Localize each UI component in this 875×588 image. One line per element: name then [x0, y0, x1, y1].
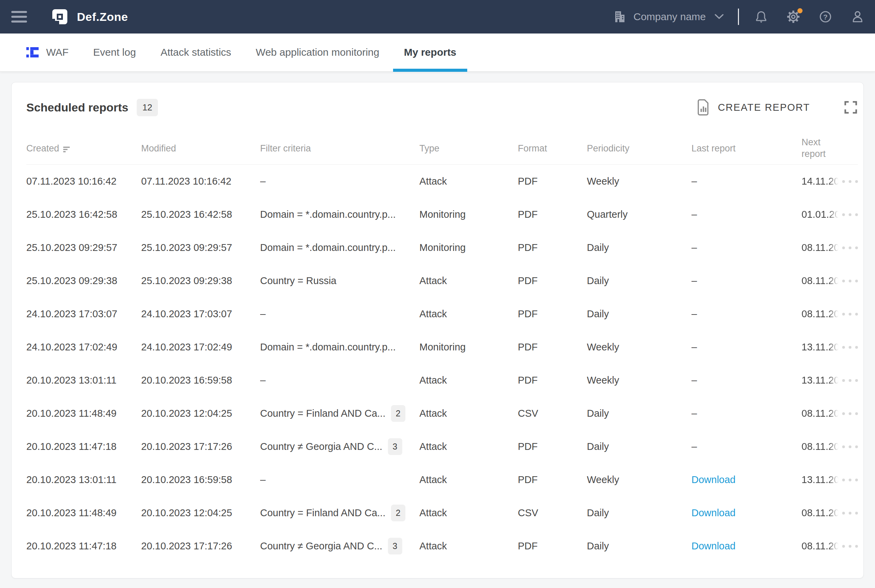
tab-my-reports[interactable]: My reports	[404, 33, 456, 71]
company-selector[interactable]: Company name	[613, 10, 724, 24]
cell-modified: 24.10.2023 17:02:49	[141, 342, 260, 353]
cell-format: PDF	[518, 275, 587, 286]
cell-next-report: 08.11.20	[802, 275, 839, 286]
last-report-empty: –	[691, 408, 697, 419]
cell-last-report: –	[691, 408, 802, 419]
cell-last-report: –	[691, 275, 802, 286]
ellipsis-dot	[855, 545, 858, 548]
cell-format: PDF	[518, 375, 587, 386]
cell-format: CSV	[518, 408, 587, 419]
cell-filter-criteria: –	[260, 474, 420, 486]
cell-last-report: –	[691, 342, 802, 353]
table-body: 07.11.2023 10:16:4207.11.2023 10:16:42–A…	[26, 165, 858, 563]
fullscreen-icon	[844, 101, 857, 114]
app-name: Def.Zone	[77, 10, 128, 24]
ellipsis-dot	[855, 280, 858, 282]
row-actions-button[interactable]	[839, 264, 858, 297]
last-report-empty: –	[691, 209, 697, 220]
menu-icon[interactable]	[11, 11, 27, 22]
download-link[interactable]: Download	[691, 507, 736, 518]
settings-button[interactable]	[786, 10, 800, 24]
bell-icon	[754, 10, 768, 24]
ellipsis-dot	[842, 379, 845, 382]
waf-icon	[25, 46, 39, 59]
tab-event-log[interactable]: Event log	[93, 33, 136, 71]
cell-created: 20.10.2023 11:47:18	[26, 540, 141, 552]
cell-filter-criteria: Domain = *.domain.country.p...	[260, 242, 420, 254]
ellipsis-dot	[842, 246, 845, 249]
top-bar: Def.Zone Company name	[0, 0, 875, 33]
tab-web-application-monitoring[interactable]: Web application monitoring	[256, 33, 379, 71]
filter-count-badge: 2	[391, 405, 405, 422]
row-actions-button[interactable]	[839, 231, 858, 264]
last-report-empty: –	[691, 242, 697, 253]
cell-type: Attack	[420, 474, 518, 486]
help-button[interactable]: ?	[818, 10, 833, 24]
cell-created: 25.10.2023 09:29:57	[26, 242, 141, 254]
cell-modified: 25.10.2023 09:29:57	[141, 242, 260, 254]
table-row: 24.10.2023 17:03:0724.10.2023 17:03:07–A…	[26, 297, 858, 331]
ellipsis-dot	[849, 512, 851, 514]
cell-next-report: 08.11.20	[802, 441, 839, 452]
help-icon: ?	[819, 10, 832, 24]
create-report-button[interactable]: CREATE REPORT	[696, 99, 810, 116]
cell-filter-criteria: –	[260, 308, 420, 320]
cell-filter-criteria: Country ≠ Georgia AND C...3	[260, 538, 420, 555]
last-report-empty: –	[691, 441, 697, 452]
download-link[interactable]: Download	[691, 540, 736, 551]
cell-created: 20.10.2023 11:48:49	[26, 507, 141, 519]
tab-waf[interactable]: WAF	[25, 33, 69, 71]
column-header-format: Format	[518, 143, 587, 154]
ellipsis-dot	[855, 379, 858, 382]
cell-filter-criteria: –	[260, 176, 420, 187]
notifications-button[interactable]	[754, 10, 769, 24]
user-icon	[851, 10, 865, 24]
tab-attack-statistics[interactable]: Attack statistics	[161, 33, 231, 71]
row-actions-button[interactable]	[839, 331, 858, 364]
row-actions-button[interactable]	[839, 530, 858, 563]
cell-periodicity: Daily	[587, 408, 691, 419]
ellipsis-dot	[849, 280, 851, 282]
cell-last-report: Download	[691, 540, 802, 552]
app-logo: Def.Zone	[52, 9, 128, 24]
download-link[interactable]: Download	[691, 474, 736, 485]
table-row: 20.10.2023 11:47:1820.10.2023 17:17:26Co…	[26, 530, 858, 563]
row-actions-button[interactable]	[839, 297, 858, 331]
account-button[interactable]	[850, 10, 865, 24]
filter-count-badge: 2	[391, 505, 405, 521]
filter-criteria-text: –	[260, 176, 265, 187]
ellipsis-dot	[842, 280, 845, 282]
cell-modified: 20.10.2023 17:17:26	[141, 540, 260, 552]
cell-periodicity: Quarterly	[587, 209, 691, 220]
cell-type: Attack	[420, 507, 518, 519]
tab-label: WAF	[46, 46, 69, 58]
last-report-empty: –	[691, 375, 697, 386]
cell-type: Attack	[420, 308, 518, 320]
cell-modified: 24.10.2023 17:03:07	[141, 308, 260, 320]
filter-criteria-text: Country = Russia	[260, 275, 336, 286]
cell-next-report: 08.11.20	[802, 242, 839, 254]
cell-type: Attack	[420, 375, 518, 386]
cell-format: CSV	[518, 507, 587, 519]
cell-created: 25.10.2023 09:29:38	[26, 275, 141, 286]
ellipsis-dot	[849, 412, 851, 415]
row-actions-button[interactable]	[839, 397, 858, 430]
cell-next-report: 01.01.20	[802, 209, 839, 220]
column-header-created[interactable]: Created	[26, 143, 141, 154]
cell-next-report: 14.11.20	[802, 176, 839, 187]
row-actions-button[interactable]	[839, 463, 858, 496]
row-actions-button[interactable]	[839, 496, 858, 530]
cell-filter-criteria: Country = Finland AND Ca...2	[260, 505, 420, 521]
row-actions-button[interactable]	[839, 198, 858, 231]
row-actions-button[interactable]	[839, 165, 858, 198]
column-header-type: Type	[420, 143, 518, 154]
row-actions-button[interactable]	[839, 364, 858, 397]
column-header-filter-criteria: Filter criteria	[260, 143, 420, 154]
ellipsis-dot	[842, 313, 845, 315]
fullscreen-button[interactable]	[844, 100, 858, 114]
tab-label: My reports	[404, 46, 456, 58]
filter-criteria-text: –	[260, 308, 265, 320]
scheduled-reports-card: Scheduled reports 12 CREATE REPORT	[11, 82, 864, 578]
cell-modified: 20.10.2023 12:04:25	[141, 408, 260, 419]
row-actions-button[interactable]	[839, 430, 858, 463]
